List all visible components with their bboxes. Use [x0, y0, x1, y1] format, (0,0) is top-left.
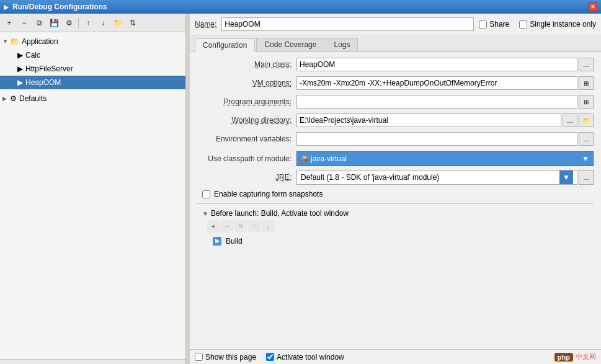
- main-class-input[interactable]: [296, 58, 577, 71]
- launch-up-btn[interactable]: ↑: [248, 220, 260, 233]
- activate-tool-window-checkbox[interactable]: [266, 353, 274, 361]
- main-class-browse-btn[interactable]: …: [579, 58, 594, 71]
- vm-options-input[interactable]: [296, 76, 577, 90]
- tree-item-defaults[interactable]: ▶ ⚙ Defaults: [0, 92, 185, 105]
- title-bar: ▶ Run/Debug Configurations ✕: [0, 0, 601, 14]
- env-vars-row: Environment variables: …: [197, 131, 594, 146]
- build-item: Build: [197, 235, 594, 247]
- single-instance-checkbox-area: Single instance only: [519, 20, 596, 29]
- watermark-text: 中文网: [576, 352, 596, 362]
- httpfileserver-icon: ▶: [17, 64, 23, 73]
- snapshot-checkbox[interactable]: [202, 190, 210, 198]
- program-args-input[interactable]: [296, 95, 577, 109]
- program-args-label: Program arguments:: [197, 97, 296, 106]
- module-dropdown-arrow: ▼: [582, 154, 589, 163]
- tab-code-coverage[interactable]: Code Coverage: [256, 38, 324, 51]
- left-panel: + − ⧉ 💾 ⚙ ↑ ↓ 📁 ⇅ ▼ 📁 Application ▶ Calc: [0, 14, 186, 364]
- module-value: java-virtual: [311, 154, 347, 163]
- before-launch-header: ▼ Before launch: Build, Activate tool wi…: [197, 209, 594, 218]
- share-checkbox-area: Share: [479, 20, 509, 29]
- share-label: Share: [489, 20, 509, 29]
- share-checkbox[interactable]: [479, 20, 487, 29]
- single-instance-label: Single instance only: [530, 20, 596, 29]
- env-vars-label: Environment variables:: [197, 135, 296, 143]
- tab-configuration[interactable]: Configuration: [195, 38, 255, 52]
- save-config-button[interactable]: 💾: [47, 16, 61, 30]
- heapoom-icon: ▶: [17, 78, 23, 87]
- vm-options-expand-btn[interactable]: ⊞: [579, 76, 594, 90]
- launch-toolbar: + − ✎ ↑ ↓: [197, 220, 594, 233]
- remove-config-button[interactable]: −: [17, 16, 31, 30]
- tree-item-httpfileserver[interactable]: ▶ HttpFileServer: [0, 62, 185, 76]
- title-bar-controls: ✕: [589, 2, 597, 11]
- copy-config-button[interactable]: ⧉: [32, 16, 46, 30]
- close-button[interactable]: ✕: [589, 2, 597, 11]
- jre-dropdown-arrow[interactable]: ▼: [559, 171, 573, 184]
- module-icon: 📦: [301, 156, 308, 162]
- sort-button[interactable]: ⇅: [126, 16, 140, 30]
- launch-edit-btn[interactable]: ✎: [234, 220, 247, 233]
- config-content: Main class: … VM options: ⊞ Program argu…: [190, 52, 601, 349]
- main-class-input-group: …: [296, 58, 594, 71]
- tree-label-application: Application: [22, 37, 58, 46]
- module-dropdown[interactable]: 📦 java-virtual ▼: [296, 151, 594, 166]
- program-args-input-group: ⊞: [296, 95, 594, 109]
- launch-down-btn[interactable]: ↓: [262, 220, 274, 233]
- program-args-row: Program arguments: ⊞: [197, 94, 594, 109]
- tab-logs[interactable]: Logs: [326, 38, 358, 51]
- vm-options-row: VM options: ⊞: [197, 76, 594, 91]
- show-page-checkbox[interactable]: [195, 353, 203, 361]
- folder-button[interactable]: 📁: [111, 16, 125, 30]
- working-dir-input-group: … 📁: [296, 113, 594, 127]
- build-icon: [212, 236, 222, 246]
- tree-label-calc: Calc: [25, 51, 40, 60]
- snapshot-row: Enable capturing form snapshots: [197, 190, 594, 198]
- collapse-arrow[interactable]: ▼: [202, 210, 208, 217]
- move-up-button[interactable]: ↑: [81, 16, 95, 30]
- working-dir-folder-btn[interactable]: 📁: [579, 113, 594, 127]
- php-badge: php: [554, 353, 573, 362]
- tree-label-defaults: Defaults: [19, 94, 47, 103]
- jre-label: JRE:: [197, 173, 296, 182]
- env-vars-input[interactable]: [296, 132, 577, 146]
- tree-item-application[interactable]: ▼ 📁 Application: [0, 35, 185, 48]
- jre-dropdown[interactable]: Default (1.8 - SDK of 'java-virtual' mod…: [296, 170, 577, 185]
- tree-item-calc[interactable]: ▶ Calc: [0, 48, 185, 62]
- share-area: Share Single instance only: [479, 20, 596, 29]
- config-tree: ▼ 📁 Application ▶ Calc ▶ HttpFileServer …: [0, 32, 185, 359]
- single-instance-checkbox[interactable]: [519, 20, 527, 29]
- jre-input-group: Default (1.8 - SDK of 'java-virtual' mod…: [296, 170, 594, 185]
- working-dir-input[interactable]: [296, 113, 561, 127]
- launch-add-btn[interactable]: +: [207, 220, 220, 233]
- env-vars-browse-btn[interactable]: …: [579, 132, 594, 146]
- working-dir-label: Working directory:: [197, 116, 296, 125]
- tree-label-httpfileserver: HttpFileServer: [25, 64, 73, 73]
- right-panel: Name: Share Single instance only Configu…: [190, 14, 601, 364]
- program-args-expand-btn[interactable]: ⊞: [579, 95, 594, 109]
- tree-arrow-application: ▼: [2, 38, 10, 45]
- tree-label-heapoom: HeapOOM: [25, 78, 61, 87]
- title-text: Run/Debug Configurations: [12, 2, 107, 11]
- build-label: Build: [226, 237, 243, 246]
- main-class-label: Main class:: [197, 60, 296, 69]
- launch-remove-btn[interactable]: −: [221, 220, 233, 233]
- working-dir-browse-btn[interactable]: …: [563, 113, 577, 127]
- name-input[interactable]: [221, 17, 474, 31]
- show-page-checkbox-area: Show this page: [195, 353, 256, 362]
- activate-tool-window-checkbox-area: Activate tool window: [266, 353, 344, 362]
- main-container: + − ⧉ 💾 ⚙ ↑ ↓ 📁 ⇅ ▼ 📁 Application ▶ Calc: [0, 14, 601, 364]
- jre-value: Default (1.8 - SDK of 'java-virtual' mod…: [301, 173, 439, 182]
- move-down-button[interactable]: ↓: [96, 16, 110, 30]
- left-panel-bottom: [0, 359, 185, 364]
- jre-browse-btn[interactable]: …: [579, 170, 594, 185]
- snapshot-label: Enable capturing form snapshots: [214, 190, 323, 198]
- add-config-button[interactable]: +: [2, 16, 16, 30]
- settings-button[interactable]: ⚙: [62, 16, 76, 30]
- jre-row: JRE: Default (1.8 - SDK of 'java-virtual…: [197, 170, 594, 185]
- tree-item-heapoom[interactable]: ▶ HeapOOM: [0, 76, 185, 89]
- main-class-row: Main class: …: [197, 57, 594, 72]
- module-label: Use classpath of module:: [197, 154, 296, 163]
- application-folder-icon: 📁: [10, 37, 19, 46]
- before-launch-label: Before launch: Build, Activate tool wind…: [211, 209, 349, 218]
- vm-options-input-group: ⊞: [296, 76, 594, 90]
